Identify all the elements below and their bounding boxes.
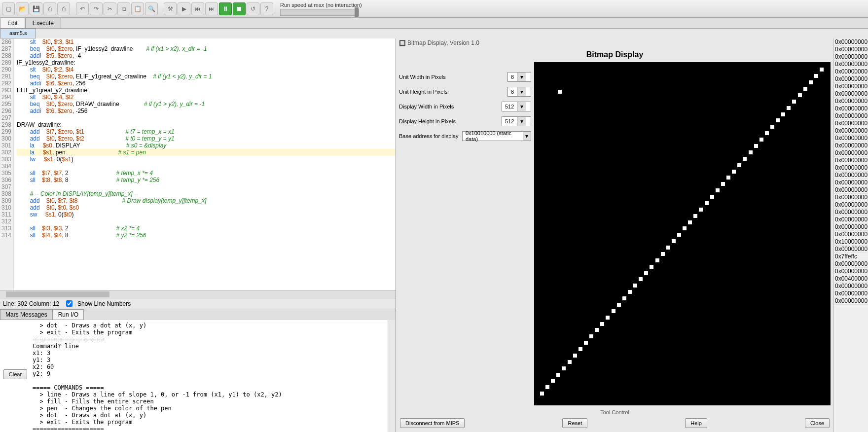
mode-tabs: Edit Execute — [0, 18, 868, 29]
save-icon[interactable]: 💾 — [30, 2, 42, 15]
tool-control-label: Tool Control — [396, 408, 833, 416]
paste-icon[interactable]: 📋 — [131, 2, 144, 15]
chevron-down-icon: ▾ — [523, 132, 531, 141]
bitmap-canvas — [534, 62, 831, 405]
memory-cell: 0x00000000 — [834, 297, 868, 305]
speed-slider[interactable] — [280, 9, 359, 16]
main-toolbar: ▢ 📂 💾 ⎙ ⎙ ↶ ↷ ✂ ⧉ 📋 🔍 ⚒ ▶ ⏮ ⏭ ⏸ ⏹ ↺ ? Ru… — [0, 0, 868, 18]
unit-width-label: Unit Width in Pixels — [399, 74, 505, 80]
display-height-label: Display Height in Pixels — [399, 118, 499, 124]
run-icon[interactable]: ▶ — [178, 2, 190, 15]
bitmap-window-title: 🔲 Bitmap Display, Version 1.0 — [396, 38, 833, 47]
display-width-label: Display Width in Pixels — [399, 104, 499, 109]
memory-cell: 0x00400000 — [834, 275, 868, 283]
memory-column: 0x000000000x000000000x000000000x00000000… — [833, 38, 868, 432]
memory-cell: 0x00000000 — [834, 53, 868, 61]
memory-cell: 0x00000000 — [834, 201, 868, 209]
show-line-numbers-checkbox[interactable] — [66, 300, 72, 307]
tab-execute[interactable]: Execute — [25, 18, 61, 28]
bitmap-config: Unit Width in Pixels 8▾ Unit Height in P… — [396, 62, 534, 408]
memory-cell: 0x00000000 — [834, 127, 868, 135]
memory-cell: 0x00000000 — [834, 83, 868, 90]
help-button[interactable]: Help — [685, 418, 707, 428]
memory-cell: 0x00000000 — [834, 135, 868, 142]
memory-cell: 0x00000000 — [834, 268, 868, 275]
new-file-icon[interactable]: ▢ — [2, 2, 15, 15]
file-tab[interactable]: asm5.s — [0, 29, 36, 38]
memory-cell: 0x00000000 — [834, 186, 868, 194]
chevron-down-icon: ▾ — [517, 72, 526, 81]
disconnect-button[interactable]: Disconnect from MIPS — [400, 418, 465, 428]
unit-height-label: Unit Height in Pixels — [399, 89, 505, 95]
console-output[interactable]: > dot - Draws a dot at (x, y) > exit - E… — [31, 320, 388, 432]
find-icon[interactable]: 🔍 — [145, 2, 158, 15]
memory-cell: 0x00000000 — [834, 68, 868, 75]
reset-button[interactable]: Reset — [562, 418, 587, 428]
memory-cell: 0x00000000 — [834, 246, 868, 253]
memory-cell: 0x00000000 — [834, 105, 868, 112]
base-address-select[interactable]: 0x10010000 (static data)▾ — [462, 131, 531, 141]
console-vscroll[interactable] — [388, 320, 396, 432]
chevron-down-icon: ▾ — [517, 117, 526, 126]
memory-cell: 0x00000000 — [834, 149, 868, 157]
step-back-icon[interactable]: ⏮ — [191, 2, 204, 15]
memory-cell: 0x00000000 — [834, 61, 868, 68]
console-panel: Mars Messages Run I/O Clear > dot - Draw… — [0, 309, 396, 432]
unit-height-select[interactable]: 8▾ — [507, 87, 531, 97]
tab-edit[interactable]: Edit — [0, 18, 25, 28]
close-button[interactable]: Close — [805, 418, 830, 428]
clear-button[interactable]: Clear — [3, 369, 27, 379]
pause-icon[interactable]: ⏸ — [219, 2, 232, 15]
memory-cell: 0x00000000 — [834, 46, 868, 53]
editor-status-bar: Line: 302 Column: 12 Show Line Numbers — [0, 298, 396, 309]
memory-cell: 0x00000000 — [834, 98, 868, 105]
memory-cell: 0x00000000 — [834, 172, 868, 179]
memory-cell: 0x00000000 — [834, 179, 868, 186]
cursor-position: Line: 302 Column: 12 — [3, 300, 59, 307]
base-address-label: Base address for display — [399, 133, 459, 139]
memory-cell: 0x00000000 — [834, 75, 868, 83]
display-height-select[interactable]: 512▾ — [502, 116, 531, 126]
help-icon[interactable]: ? — [260, 2, 273, 15]
memory-cell: 0x00000000 — [834, 142, 868, 149]
memory-cell: 0x00000000 — [834, 90, 868, 98]
memory-cell: 0x00000000 — [834, 194, 868, 201]
bitmap-title: Bitmap Display — [396, 47, 833, 62]
redo-icon[interactable]: ↷ — [90, 2, 103, 15]
memory-cell: 0x00000000 — [834, 260, 868, 268]
memory-cell: 0x00000000 — [834, 283, 868, 290]
editor-hscroll[interactable] — [0, 290, 396, 298]
reset-icon[interactable]: ↺ — [247, 2, 259, 15]
stop-icon[interactable]: ⏹ — [233, 2, 246, 15]
bitmap-display-window: 🔲 Bitmap Display, Version 1.0 Bitmap Dis… — [396, 38, 833, 432]
print-icon[interactable]: ⎙ — [57, 2, 70, 15]
memory-cell: 0x00000000 — [834, 223, 868, 231]
display-width-select[interactable]: 512▾ — [502, 102, 531, 111]
show-line-numbers-label: Show Line Numbers — [77, 300, 131, 307]
tab-run-io[interactable]: Run I/O — [53, 309, 84, 320]
speed-control: Run speed at max (no interaction) — [280, 2, 362, 16]
assemble-icon[interactable]: ⚒ — [164, 2, 177, 15]
memory-cell: 0x00000000 — [834, 290, 868, 297]
open-file-icon[interactable]: 📂 — [16, 2, 29, 15]
memory-cell: 0x00000000 — [834, 157, 868, 164]
tab-mars-messages[interactable]: Mars Messages — [0, 309, 53, 320]
memory-cell: 0x00000000 — [834, 120, 868, 127]
chevron-down-icon: ▾ — [517, 87, 526, 96]
memory-cell: 0x7ffeffc — [834, 253, 868, 260]
memory-cell: 0x10000000 — [834, 238, 868, 246]
undo-icon[interactable]: ↶ — [76, 2, 89, 15]
memory-cell: 0x00000000 — [834, 216, 868, 223]
memory-cell: 0x00000000 — [834, 112, 868, 120]
file-tabs: asm5.s — [0, 29, 868, 38]
save-as-icon[interactable]: ⎙ — [43, 2, 56, 15]
step-icon[interactable]: ⏭ — [205, 2, 218, 15]
code-editor[interactable]: 2862872882892902912922932942952962972982… — [0, 38, 396, 290]
memory-cell: 0x00000000 — [834, 231, 868, 238]
speed-label: Run speed at max (no interaction) — [280, 2, 362, 8]
chevron-down-icon: ▾ — [517, 102, 526, 111]
cut-icon[interactable]: ✂ — [104, 2, 116, 15]
memory-cell: 0x00000000 — [834, 164, 868, 172]
unit-width-select[interactable]: 8▾ — [507, 72, 531, 82]
copy-icon[interactable]: ⧉ — [117, 2, 130, 15]
